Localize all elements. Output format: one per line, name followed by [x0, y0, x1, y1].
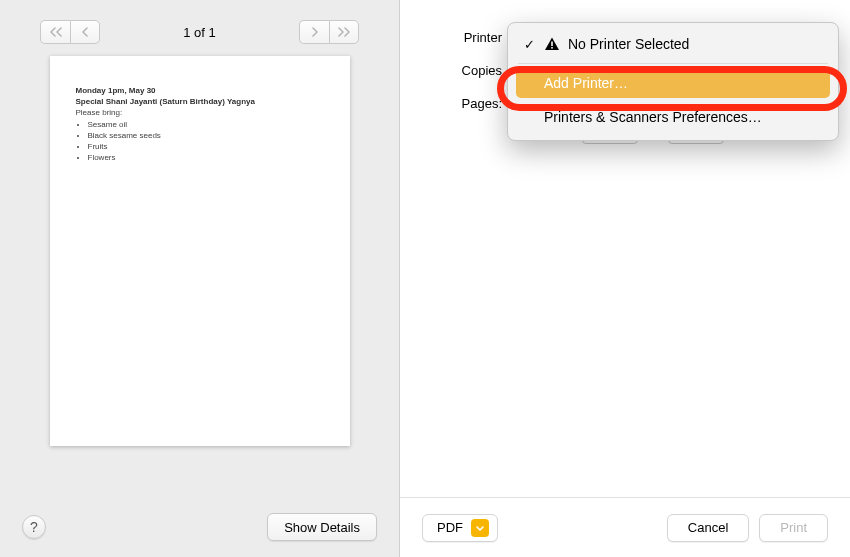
doc-item: Sesame oil: [88, 120, 324, 131]
printer-menu-none-label: No Printer Selected: [568, 36, 689, 52]
checkmark-icon: ✓: [522, 37, 536, 52]
next-page-button[interactable]: [299, 20, 329, 44]
menu-separator: [518, 63, 828, 64]
chevron-double-right-icon: [338, 27, 350, 37]
page-preview: Monday 1pm, May 30 Special Shani Jayanti…: [50, 56, 350, 446]
cancel-label: Cancel: [688, 520, 728, 535]
printer-label: Printer: [430, 30, 502, 45]
show-details-label: Show Details: [284, 520, 360, 535]
chevron-down-icon: [471, 519, 489, 537]
prev-page-group: [40, 20, 100, 44]
svg-rect-1: [551, 47, 553, 49]
dialog-footer: PDF Cancel Print: [400, 497, 850, 557]
chevron-double-left-icon: [50, 27, 62, 37]
printer-menu-item-none[interactable]: ✓ No Printer Selected: [508, 29, 838, 59]
printer-menu-item-add[interactable]: Add Printer…: [516, 68, 830, 98]
preview-footer: ? Show Details: [0, 503, 399, 557]
doc-item: Flowers: [88, 153, 324, 164]
help-button[interactable]: ?: [22, 515, 46, 539]
help-icon: ?: [30, 519, 38, 535]
preview-header: 1 of 1: [0, 0, 399, 56]
doc-please-bring: Please bring:: [76, 108, 324, 119]
chevron-left-icon: [81, 27, 89, 37]
printer-menu-item-prefs[interactable]: Printers & Scanners Preferences…: [508, 102, 838, 132]
doc-line-1: Monday 1pm, May 30: [76, 86, 324, 97]
print-button[interactable]: Print: [759, 514, 828, 542]
pdf-label: PDF: [437, 520, 463, 535]
printer-menu-add-label: Add Printer…: [544, 75, 628, 91]
prev-page-button[interactable]: [70, 20, 100, 44]
svg-rect-0: [551, 42, 553, 47]
pdf-dropdown-button[interactable]: PDF: [422, 514, 498, 542]
doc-item-list: Sesame oil Black sesame seeds Fruits Flo…: [88, 120, 324, 163]
copies-label: Copies: [430, 63, 502, 78]
page-indicator: 1 of 1: [183, 25, 216, 40]
print-label: Print: [780, 520, 807, 535]
last-page-button[interactable]: [329, 20, 359, 44]
print-dialog: 1 of 1 Monday 1pm, May 30 Special Shani …: [0, 0, 850, 557]
chevron-right-icon: [311, 27, 319, 37]
show-details-button[interactable]: Show Details: [267, 513, 377, 541]
warning-icon: [544, 36, 560, 52]
first-page-button[interactable]: [40, 20, 70, 44]
printer-dropdown-menu: ✓ No Printer Selected Add Printer… Print…: [507, 22, 839, 141]
pages-label: Pages:: [430, 96, 502, 111]
printer-menu-prefs-label: Printers & Scanners Preferences…: [544, 109, 762, 125]
page-preview-area: Monday 1pm, May 30 Special Shani Jayanti…: [0, 56, 399, 503]
preview-panel: 1 of 1 Monday 1pm, May 30 Special Shani …: [0, 0, 400, 557]
doc-line-2: Special Shani Jayanti (Saturn Birthday) …: [76, 97, 324, 108]
doc-item: Fruits: [88, 142, 324, 153]
cancel-button[interactable]: Cancel: [667, 514, 749, 542]
next-page-group: [299, 20, 359, 44]
doc-item: Black sesame seeds: [88, 131, 324, 142]
